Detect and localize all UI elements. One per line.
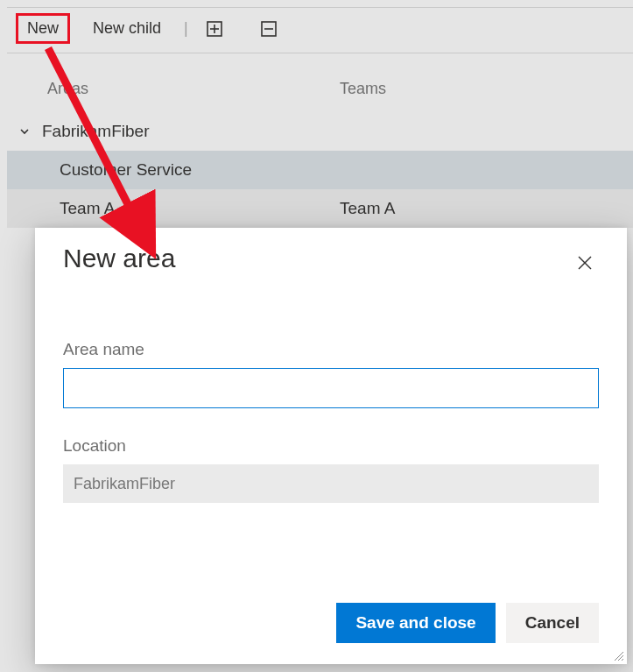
area-name-input[interactable] bbox=[63, 368, 599, 408]
area-name-label: Area name bbox=[63, 340, 599, 359]
areas-tree: FabrikamFiber Customer Service Team A Te… bbox=[7, 112, 633, 228]
location-label: Location bbox=[63, 436, 599, 456]
tree-row[interactable]: Team A Team A bbox=[7, 189, 633, 228]
expand-icon[interactable] bbox=[204, 18, 225, 39]
column-headers: Areas Teams bbox=[7, 53, 633, 112]
teams-column-header: Teams bbox=[340, 80, 633, 98]
new-area-dialog: New area Area name Location Save and clo… bbox=[35, 228, 627, 664]
svg-line-9 bbox=[622, 659, 623, 661]
dialog-title: New area bbox=[63, 244, 175, 273]
tree-root-row[interactable]: FabrikamFiber bbox=[7, 112, 633, 151]
tree-row-area-label: Customer Service bbox=[60, 160, 192, 180]
tree-row-area-label: Team A bbox=[60, 199, 115, 218]
collapse-icon[interactable] bbox=[258, 18, 279, 39]
toolbar-divider: | bbox=[184, 19, 188, 38]
tree-row-team-label: Team A bbox=[340, 199, 633, 218]
cancel-button[interactable]: Cancel bbox=[506, 603, 599, 643]
areas-column-header: Areas bbox=[7, 80, 340, 98]
save-and-close-button[interactable]: Save and close bbox=[336, 603, 495, 643]
chevron-down-icon[interactable] bbox=[19, 126, 35, 137]
tree-root-label: FabrikamFiber bbox=[42, 122, 149, 141]
location-input bbox=[63, 464, 599, 503]
toolbar: New New child | bbox=[7, 7, 633, 53]
new-button[interactable]: New bbox=[16, 13, 70, 44]
tree-row[interactable]: Customer Service bbox=[7, 151, 633, 189]
close-icon[interactable] bbox=[571, 249, 599, 277]
new-child-button[interactable]: New child bbox=[86, 16, 168, 41]
resize-grip-icon[interactable] bbox=[612, 649, 624, 661]
